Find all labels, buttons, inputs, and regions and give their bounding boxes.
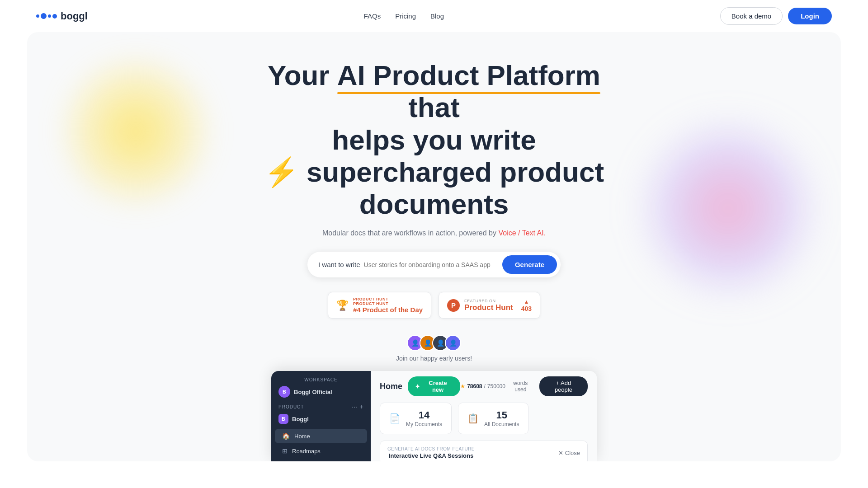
words-used: ★ 78608/750000 words used	[460, 380, 534, 393]
feature-card: GENERATE AI DOCS FROM FEATURE Interactiv…	[380, 441, 588, 461]
sidebar-item-home[interactable]: 🏠 Home	[275, 429, 367, 443]
star-icon: ★	[460, 383, 465, 389]
product-name: Boggl	[292, 416, 309, 422]
feature-title: Interactive Live Q&A Sessions	[387, 452, 475, 459]
blob-pink	[642, 122, 814, 294]
all-docs-icon: 📋	[467, 413, 479, 424]
badge-featured-text: FEATURED ON Product Hunt	[464, 299, 513, 312]
badge-featured-main: Product Hunt	[464, 303, 513, 312]
workspace-name: Boggl Official	[294, 389, 332, 395]
hero-container: Your AI Product Platform that helps you …	[27, 32, 841, 461]
hero-content: Your AI Product Platform that helps you …	[253, 59, 615, 461]
more-icon[interactable]: ···	[352, 403, 357, 410]
badge-text: PRODUCT HUNT PRODUCT HUNT #4 Product of …	[353, 297, 423, 314]
docs-icon: 📄	[389, 413, 401, 424]
navbar: boggl FAQs Pricing Blog Book a demo Logi…	[0, 0, 868, 32]
badge-votes: ▲ 403	[521, 299, 532, 312]
badge-top-label: PRODUCT HUNT	[353, 297, 388, 301]
app-layout: WORKSPACE B Boggl Official PRODUCT ··· +…	[271, 371, 597, 461]
search-bar: I want to write Generate	[307, 252, 561, 277]
home-icon: 🏠	[282, 432, 290, 440]
search-input[interactable]	[364, 261, 502, 268]
my-docs-label: My Documents	[406, 421, 442, 427]
sidebar-item-track-metrics[interactable]: ◎ Track Metrics	[275, 459, 367, 461]
upvote-icon: ▲	[524, 299, 529, 305]
close-feature-button[interactable]: ✕ Close	[558, 450, 580, 456]
hero-title: Your AI Product Platform that helps you …	[253, 59, 615, 220]
votes-count: 403	[521, 305, 532, 312]
product-row: PRODUCT ··· +	[271, 400, 371, 412]
docs-stats: 📄 14 My Documents 📋 15 All Documents	[380, 403, 588, 434]
logo-text: boggl	[61, 10, 88, 22]
dot3	[48, 14, 51, 18]
all-docs-label: All Documents	[484, 421, 519, 427]
avatars-row: 👤 👤 👤 👤	[253, 335, 615, 351]
sidebar: WORKSPACE B Boggl Official PRODUCT ··· +…	[271, 371, 371, 461]
product-name-row: B Boggl	[271, 412, 371, 428]
nav-faqs[interactable]: FAQs	[364, 12, 381, 20]
badge-product-of-day: 🏆 PRODUCT HUNT PRODUCT HUNT #4 Product o…	[328, 292, 431, 319]
subtitle-link[interactable]: Voice / Text AI.	[498, 229, 546, 237]
dot2	[41, 13, 47, 19]
dot1	[36, 14, 39, 18]
nav-links: FAQs Pricing Blog	[364, 12, 444, 20]
badges: 🏆 PRODUCT HUNT PRODUCT HUNT #4 Product o…	[253, 292, 615, 319]
add-icon[interactable]: +	[360, 403, 363, 410]
feature-label: GENERATE AI DOCS FROM FEATURE	[387, 446, 475, 451]
sparkle-icon: ✦	[415, 383, 420, 390]
sidebar-label-roadmaps: Roadmaps	[292, 448, 321, 455]
workspace-row: B Boggl Official	[271, 383, 371, 400]
logo-dots	[36, 13, 57, 19]
product-label: PRODUCT	[278, 404, 304, 409]
product-icon: B	[278, 414, 288, 424]
sidebar-item-roadmaps[interactable]: ⊞ Roadmaps	[275, 444, 367, 458]
nav-blog[interactable]: Blog	[430, 12, 444, 20]
page-title: Home	[380, 382, 402, 391]
hero-title-highlight: AI Product Platform	[337, 59, 600, 91]
badge-ph-main: #4 Product of the Day	[353, 306, 423, 314]
badge-featured-top: FEATURED ON	[464, 299, 495, 303]
app-screenshot: WORKSPACE B Boggl Official PRODUCT ··· +…	[271, 371, 597, 461]
add-people-button[interactable]: + Add people	[539, 376, 588, 396]
login-button[interactable]: Login	[788, 8, 832, 24]
book-demo-button[interactable]: Book a demo	[720, 7, 783, 25]
main-header: Home ✦ Create new ★ 78608/750000 words u…	[380, 376, 588, 396]
join-text: Join our happy early users!	[253, 355, 615, 362]
main-actions: ★ 78608/750000 words used + Add people	[460, 376, 588, 396]
badge-featured-ph: P FEATURED ON Product Hunt ▲ 403	[439, 292, 540, 319]
blob-yellow	[63, 59, 208, 204]
badge-ph-top: PRODUCT HUNT	[353, 301, 388, 306]
create-new-button[interactable]: ✦ Create new	[408, 376, 460, 396]
all-docs-num: 15	[484, 409, 519, 421]
avatar-4: 👤	[445, 335, 461, 351]
workspace-avatar: B	[278, 386, 290, 398]
logo: boggl	[36, 10, 88, 22]
trophy-icon: 🏆	[336, 300, 349, 311]
nav-actions: Book a demo Login	[720, 7, 832, 25]
my-docs-num: 14	[406, 409, 442, 421]
dot4	[52, 14, 57, 19]
main-content: Home ✦ Create new ★ 78608/750000 words u…	[371, 371, 597, 461]
hero-subtitle: Modular docs that are workflows in actio…	[253, 229, 615, 237]
nav-pricing[interactable]: Pricing	[395, 12, 416, 20]
search-label: I want to write	[318, 261, 360, 268]
stat-my-docs: 📄 14 My Documents	[380, 403, 452, 434]
ph-icon: P	[447, 299, 460, 312]
sidebar-label-home: Home	[294, 433, 310, 440]
generate-button[interactable]: Generate	[502, 255, 557, 274]
stat-all-docs: 📋 15 All Documents	[458, 403, 528, 434]
workspace-label: WORKSPACE	[271, 377, 371, 382]
product-actions: ··· +	[352, 403, 363, 410]
roadmaps-icon: ⊞	[282, 447, 288, 455]
